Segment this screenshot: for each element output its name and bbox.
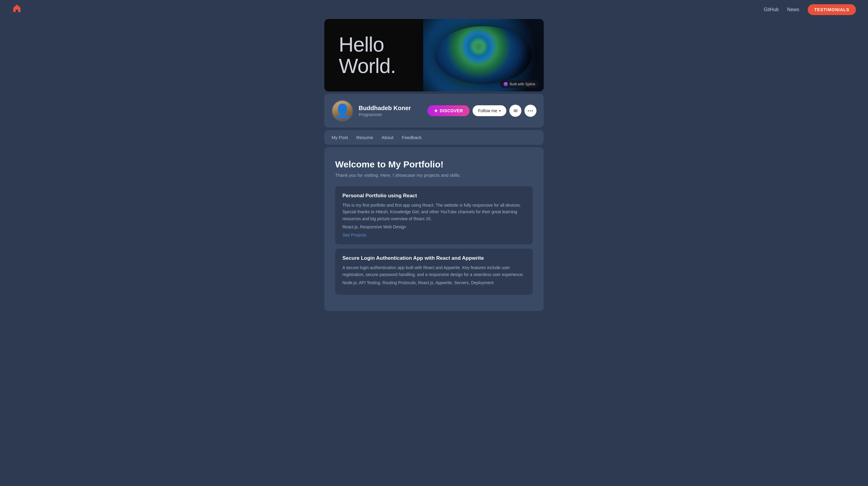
nav-logo[interactable] <box>12 4 22 16</box>
see-projects-link[interactable]: See Projects <box>342 233 366 237</box>
avatar <box>332 100 353 121</box>
hero-text: Hello World. <box>339 34 396 77</box>
nav-github[interactable]: GitHub <box>764 7 779 12</box>
project-title: Secure Login Authentication App with Rea… <box>342 255 526 261</box>
project-title: Personal Portfolio using React <box>342 193 526 199</box>
chevron-down-icon: ▾ <box>499 109 501 113</box>
navbar: GitHub News TESTIMONIALS <box>0 0 868 19</box>
hero-banner: Hello World. Built with Spline <box>324 19 544 91</box>
project-description: This is my first portfolio and first app… <box>342 202 526 222</box>
profile-name: Buddhadeb Koner <box>359 105 422 112</box>
tab-my-post[interactable]: My Post <box>332 134 348 141</box>
profile-actions: ★ DISCOVER Follow me ▾ ✉ ··· <box>427 105 536 117</box>
portfolio-subtitle: Thank you for visiting. Here, I showcase… <box>335 173 533 178</box>
nav-links: GitHub News TESTIMONIALS <box>764 4 856 15</box>
portfolio-section: Welcome to My Portfolio! Thank you for v… <box>324 147 544 311</box>
star-icon: ★ <box>434 108 438 113</box>
avatar-image <box>333 101 352 121</box>
profile-role: Programmer <box>359 112 422 117</box>
spline-badge: Built with Spline <box>500 81 539 88</box>
more-button[interactable]: ··· <box>524 105 536 117</box>
project-card: Secure Login Authentication App with Rea… <box>335 249 533 295</box>
hero-line2: World. <box>339 55 396 77</box>
nav-news[interactable]: News <box>787 7 799 12</box>
tab-about[interactable]: About <box>381 134 393 141</box>
main-content: Hello World. Built with Spline Buddhadeb… <box>319 19 549 329</box>
profile-info: Buddhadeb Koner Programmer <box>359 105 422 117</box>
profile-card: Buddhadeb Koner Programmer ★ DISCOVER Fo… <box>324 94 544 127</box>
project-card: Personal Portfolio using React This is m… <box>335 186 533 245</box>
project-tags: React.js, Responsive Web Design <box>342 224 526 229</box>
project-tags: Node.js, API Testing, Routing Protocols,… <box>342 280 526 285</box>
project-description: A secure login authentication app built … <box>342 264 526 278</box>
tab-resume[interactable]: Resume <box>356 134 373 141</box>
discover-button[interactable]: ★ DISCOVER <box>427 105 470 116</box>
spline-icon <box>504 82 508 86</box>
tab-feedback[interactable]: Feedback <box>402 134 422 141</box>
hero-line1: Hello <box>339 34 396 55</box>
portfolio-title: Welcome to My Portfolio! <box>335 159 533 170</box>
email-button[interactable]: ✉ <box>509 105 521 117</box>
more-icon: ··· <box>527 107 533 114</box>
follow-button[interactable]: Follow me ▾ <box>472 105 506 116</box>
email-icon: ✉ <box>514 108 518 114</box>
tabs-bar: My Post Resume About Feedback <box>324 130 544 145</box>
testimonials-button[interactable]: TESTIMONIALS <box>808 4 856 15</box>
